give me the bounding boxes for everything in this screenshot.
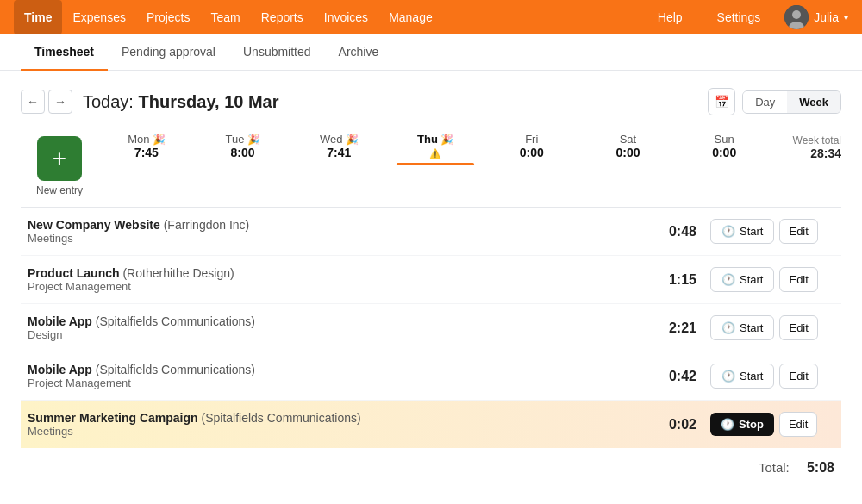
nav-invoices[interactable]: Invoices: [314, 0, 378, 34]
entry-category: Project Management: [28, 280, 645, 293]
prev-date-button[interactable]: ←: [21, 90, 45, 114]
entry-actions: 🕐 Start Edit: [710, 364, 834, 389]
table-row: Mobile App (Spitalfields Communications)…: [21, 304, 841, 352]
new-entry-label: New entry: [36, 184, 83, 196]
entry-client: (Farringdon Inc): [164, 218, 250, 232]
help-link[interactable]: Help: [647, 0, 693, 34]
week-view-button[interactable]: Week: [787, 91, 840, 113]
day-sun[interactable]: Sun 0:00: [676, 129, 772, 163]
entry-action-cell: 🕐 Start Edit: [703, 304, 841, 352]
day-view-button[interactable]: Day: [743, 91, 787, 113]
entry-time: 2:21: [669, 320, 696, 335]
nav-time[interactable]: Time: [14, 0, 62, 34]
entry-actions: 🕐 Start Edit: [710, 267, 834, 292]
view-btn-group: Day Week: [742, 90, 841, 114]
svg-point-1: [792, 10, 801, 19]
entry-info: Summer Marketing Campaign (Spitalfields …: [21, 401, 652, 449]
edit-button[interactable]: Edit: [779, 364, 817, 389]
settings-link[interactable]: Settings: [707, 0, 771, 34]
today-label: Today:: [83, 92, 134, 111]
edit-button[interactable]: Edit: [779, 219, 817, 244]
table-row-active: Summer Marketing Campaign (Spitalfields …: [21, 401, 841, 449]
entry-info: Mobile App (Spitalfields Communications)…: [21, 304, 652, 352]
week-total-label: Week total: [793, 134, 841, 146]
day-sun-time: 0:00: [712, 146, 736, 159]
entry-duration: 0:02: [652, 401, 703, 449]
entry-category: Design: [28, 328, 645, 341]
entry-info: Product Launch (Rotherhithe Design) Proj…: [21, 256, 652, 304]
entry-time: 1:15: [669, 272, 696, 287]
day-sun-name: Sun: [715, 133, 734, 146]
day-wed[interactable]: Wed🎉 7:41: [290, 129, 387, 163]
entry-client: (Spitalfields Communications): [202, 411, 361, 425]
entry-project: Mobile App: [28, 314, 92, 328]
entry-duration: 1:15: [652, 256, 703, 304]
nav-projects[interactable]: Projects: [136, 0, 201, 34]
new-entry-button[interactable]: +: [37, 136, 82, 181]
main-content: ← → Today: Thursday, 10 Mar 📅 Day Week +…: [0, 71, 862, 504]
sub-navigation: Timesheet Pending approval Unsubmitted A…: [0, 34, 862, 71]
nav-manage[interactable]: Manage: [378, 0, 443, 34]
subnav-unsubmitted[interactable]: Unsubmitted: [229, 34, 325, 71]
total-row: Total: 5:08: [21, 448, 841, 488]
clock-icon: 🕐: [721, 321, 735, 334]
stop-clock-icon: 🕐: [721, 418, 734, 431]
day-sat-time: 0:00: [615, 146, 640, 159]
day-thu[interactable]: Thu🎉 ⚠️: [387, 129, 484, 169]
nav-reports[interactable]: Reports: [251, 0, 314, 34]
total-label: Total:: [759, 460, 790, 475]
start-button[interactable]: 🕐 Start: [710, 267, 774, 292]
entry-duration: 0:42: [652, 352, 703, 401]
day-fri-name: Fri: [525, 133, 538, 146]
day-tue[interactable]: Tue🎉 8:00: [195, 129, 291, 163]
stop-label: Stop: [739, 418, 764, 431]
calendar-icon-button[interactable]: 📅: [708, 88, 735, 115]
stop-button[interactable]: 🕐 Stop: [710, 413, 774, 436]
entry-time: 0:48: [669, 224, 696, 239]
day-mon-name: Mon🎉: [128, 133, 165, 146]
entry-client: (Spitalfields Communications): [96, 363, 255, 376]
day-fri[interactable]: Fri 0:00: [484, 129, 580, 163]
clock-warning-icon: ⚠️: [429, 148, 441, 159]
plus-icon: +: [53, 145, 66, 172]
total-value: 5:08: [807, 460, 834, 475]
clock-icon: 🕐: [721, 370, 735, 383]
entry-action-cell: 🕐 Start Edit: [703, 352, 841, 401]
entry-actions: 🕐 Start Edit: [710, 219, 834, 244]
entry-action-cell: 🕐 Start Edit: [703, 208, 841, 256]
start-button[interactable]: 🕐 Start: [710, 315, 774, 340]
edit-button[interactable]: Edit: [779, 267, 817, 292]
nav-team[interactable]: Team: [201, 0, 251, 34]
top-navigation: Time Expenses Projects Team Reports Invo…: [0, 0, 862, 34]
start-button[interactable]: 🕐 Start: [710, 364, 774, 389]
entry-project: Mobile App: [28, 363, 92, 376]
day-wed-name: Wed🎉: [320, 133, 359, 146]
start-label: Start: [740, 321, 763, 334]
subnav-timesheet[interactable]: Timesheet: [21, 34, 108, 71]
subnav-archive[interactable]: Archive: [325, 34, 393, 71]
next-date-button[interactable]: →: [48, 90, 72, 114]
week-total-value: 28:34: [810, 146, 841, 160]
user-menu[interactable]: Julia ▾: [784, 5, 848, 29]
edit-button[interactable]: Edit: [779, 315, 817, 340]
start-label: Start: [740, 273, 763, 286]
view-toggle: 📅 Day Week: [708, 88, 841, 115]
entry-actions: 🕐 Start Edit: [710, 315, 834, 340]
nav-links: Time Expenses Projects Team Reports Invo…: [14, 0, 443, 34]
subnav-pending[interactable]: Pending approval: [108, 34, 229, 71]
nav-expenses[interactable]: Expenses: [62, 0, 135, 34]
start-button[interactable]: 🕐 Start: [710, 219, 774, 244]
day-mon[interactable]: Mon🎉 7:45: [98, 129, 195, 163]
entry-project: Summer Marketing Campaign: [28, 411, 198, 425]
edit-button[interactable]: Edit: [779, 412, 817, 437]
day-sat[interactable]: Sat 0:00: [580, 129, 677, 163]
day-fri-time: 0:00: [520, 146, 544, 159]
chevron-down-icon: ▾: [844, 13, 848, 22]
entry-actions: 🕐 Stop Edit: [710, 412, 834, 437]
entries-table: New Company Website (Farringdon Inc) Mee…: [21, 207, 841, 448]
entry-client: (Spitalfields Communications): [96, 314, 255, 328]
day-sat-name: Sat: [620, 133, 637, 146]
start-label: Start: [740, 370, 763, 383]
entry-time: 0:02: [669, 417, 696, 432]
table-row: New Company Website (Farringdon Inc) Mee…: [21, 208, 841, 256]
